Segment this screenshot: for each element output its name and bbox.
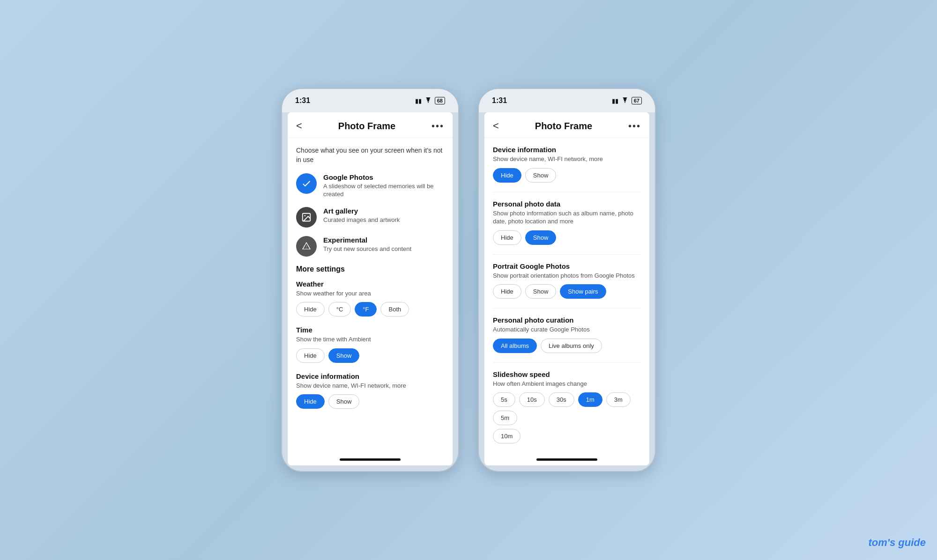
- slideshow-5s-btn[interactable]: 5s: [493, 392, 515, 407]
- slideshow-5m-btn[interactable]: 5m: [493, 411, 517, 425]
- device-show-btn-left[interactable]: Show: [328, 394, 360, 409]
- google-photos-icon: [296, 173, 317, 194]
- weather-buttons: Hide °C °F Both: [296, 302, 444, 317]
- slideshow-3m-btn[interactable]: 3m: [606, 392, 631, 407]
- slideshow-speed-setting: Slideshow speed How often Ambient images…: [493, 370, 641, 444]
- right-status-time: 1:31: [492, 96, 507, 105]
- device-info-title-right: Device information: [493, 146, 641, 154]
- left-phone-screen: < Photo Frame ••• Choose what you see on…: [288, 112, 453, 465]
- art-gallery-text: Art gallery Curated images and artwork: [323, 207, 400, 224]
- divider-1: [493, 192, 641, 192]
- personal-photo-data-setting: Personal photo data Show photo informati…: [493, 200, 641, 245]
- art-gallery-title: Art gallery: [323, 207, 400, 215]
- option-google-photos[interactable]: Google Photos A slideshow of selected me…: [296, 173, 444, 199]
- curation-live-albums-btn[interactable]: Live albums only: [541, 339, 602, 353]
- slideshow-title: Slideshow speed: [493, 370, 641, 378]
- wifi-icon: [424, 97, 432, 104]
- experimental-title: Experimental: [323, 236, 411, 244]
- time-hide-btn[interactable]: Hide: [296, 348, 325, 363]
- option-art-gallery[interactable]: Art gallery Curated images and artwork: [296, 207, 444, 228]
- device-show-btn-right[interactable]: Show: [525, 168, 557, 183]
- right-status-bar: 1:31 ▮▮ 67: [479, 89, 655, 112]
- right-status-icons: ▮▮ 67: [612, 97, 642, 104]
- personal-photo-data-title: Personal photo data: [493, 200, 641, 208]
- time-title: Time: [296, 326, 444, 334]
- right-battery-icon: 67: [632, 97, 642, 104]
- right-wifi-icon: [621, 97, 629, 104]
- right-nav-bar: < Photo Frame •••: [484, 112, 649, 138]
- time-show-btn[interactable]: Show: [328, 348, 360, 363]
- art-gallery-icon: [296, 207, 317, 228]
- experimental-icon: [296, 236, 317, 257]
- right-phone: 1:31 ▮▮ 67 < Photo Frame ••• Device info…: [478, 88, 656, 472]
- device-hide-btn-left[interactable]: Hide: [296, 394, 325, 409]
- google-photos-subtitle: A slideshow of selected memories will be…: [323, 182, 444, 199]
- right-home-indicator: [536, 458, 597, 461]
- curation-buttons: All albums Live albums only: [493, 339, 641, 353]
- device-info-setting-right: Device information Show device name, WI-…: [493, 146, 641, 183]
- battery-icon: 68: [435, 97, 445, 104]
- right-screen-content: Device information Show device name, WI-…: [484, 138, 649, 458]
- divider-2: [493, 254, 641, 255]
- art-gallery-subtitle: Curated images and artwork: [323, 216, 400, 224]
- personal-photo-curation-setting: Personal photo curation Automatically cu…: [493, 316, 641, 353]
- divider-4: [493, 362, 641, 363]
- personal-photo-data-buttons: Hide Show: [493, 230, 641, 245]
- personal-photo-data-desc: Show photo information such as album nam…: [493, 209, 641, 226]
- device-info-desc-left: Show device name, WI-FI network, more: [296, 382, 444, 390]
- time-buttons: Hide Show: [296, 348, 444, 363]
- left-status-icons: ▮▮ 68: [415, 97, 445, 104]
- weather-title: Weather: [296, 280, 444, 288]
- portrait-show-btn[interactable]: Show: [525, 284, 557, 299]
- portrait-desc: Show portrait orientation photos from Go…: [493, 272, 641, 280]
- time-desc: Show the time with Ambient: [296, 335, 444, 344]
- device-hide-btn-right[interactable]: Hide: [493, 168, 521, 183]
- left-description: Choose what you see on your screen when …: [296, 146, 444, 165]
- left-phone: 1:31 ▮▮ 68 < Photo Frame ••• Choose what…: [281, 88, 459, 472]
- option-experimental[interactable]: Experimental Try out new sources and con…: [296, 236, 444, 257]
- weather-setting: Weather Show weather for your area Hide …: [296, 280, 444, 317]
- portrait-show-pairs-btn[interactable]: Show pairs: [560, 284, 606, 299]
- right-more-button[interactable]: •••: [628, 121, 641, 132]
- left-back-button[interactable]: <: [296, 120, 302, 132]
- device-info-title-left: Device information: [296, 372, 444, 380]
- left-screen-content: Choose what you see on your screen when …: [288, 138, 453, 458]
- curation-all-albums-btn[interactable]: All albums: [493, 339, 537, 353]
- weather-hide-btn[interactable]: Hide: [296, 302, 325, 317]
- left-status-bar: 1:31 ▮▮ 68: [282, 89, 458, 112]
- slideshow-buttons: 5s 10s 30s 1m 3m 5m: [493, 392, 641, 425]
- portrait-title: Portrait Google Photos: [493, 262, 641, 270]
- right-nav-title: Photo Frame: [535, 121, 592, 132]
- right-signal-icon: ▮▮: [612, 97, 618, 104]
- weather-both-btn[interactable]: Both: [380, 302, 409, 317]
- slideshow-desc: How often Ambient images change: [493, 380, 641, 388]
- portrait-hide-btn[interactable]: Hide: [493, 284, 521, 299]
- slideshow-1m-btn[interactable]: 1m: [578, 392, 602, 407]
- device-info-buttons-left: Hide Show: [296, 394, 444, 409]
- slideshow-30s-btn[interactable]: 30s: [549, 392, 574, 407]
- signal-icon: ▮▮: [415, 97, 422, 104]
- device-info-desc-right: Show device name, WI-FI network, more: [493, 155, 641, 163]
- weather-celsius-btn[interactable]: °C: [328, 302, 351, 317]
- curation-desc: Automatically curate Google Photos: [493, 325, 641, 334]
- experimental-subtitle: Try out new sources and content: [323, 245, 411, 253]
- experimental-text: Experimental Try out new sources and con…: [323, 236, 411, 253]
- slideshow-10m-btn[interactable]: 10m: [493, 429, 521, 443]
- time-setting: Time Show the time with Ambient Hide Sho…: [296, 326, 444, 363]
- right-back-button[interactable]: <: [493, 120, 499, 132]
- more-settings-label: More settings: [296, 265, 444, 273]
- google-photos-text: Google Photos A slideshow of selected me…: [323, 173, 444, 199]
- left-nav-bar: < Photo Frame •••: [288, 112, 453, 138]
- right-phone-screen: < Photo Frame ••• Device information Sho…: [484, 112, 649, 465]
- left-home-indicator: [340, 458, 401, 461]
- watermark: tom's guide: [868, 537, 926, 549]
- left-more-button[interactable]: •••: [431, 121, 444, 132]
- google-photos-title: Google Photos: [323, 173, 444, 181]
- slideshow-10s-btn[interactable]: 10s: [519, 392, 545, 407]
- photo-data-show-btn[interactable]: Show: [525, 230, 557, 245]
- weather-fahrenheit-btn[interactable]: °F: [355, 302, 377, 317]
- photo-data-hide-btn[interactable]: Hide: [493, 230, 521, 245]
- left-nav-title: Photo Frame: [338, 121, 395, 132]
- svg-point-1: [304, 215, 305, 216]
- left-status-time: 1:31: [295, 96, 310, 105]
